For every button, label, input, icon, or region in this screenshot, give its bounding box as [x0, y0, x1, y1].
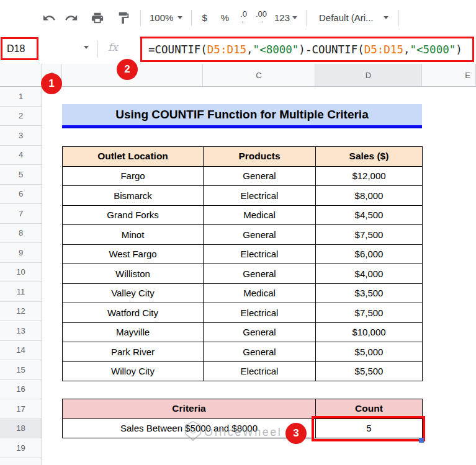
number-format-button[interactable]: 123 [274, 12, 297, 23]
cell-B12[interactable]: Watford City [63, 303, 204, 323]
row-header-4[interactable]: 4 [0, 146, 42, 166]
row-header-17[interactable]: 17 [0, 399, 42, 419]
column-header-E[interactable]: E [422, 64, 476, 87]
cell-D8[interactable]: $7,500 [316, 225, 423, 245]
row-header-10[interactable]: 10 [0, 263, 42, 283]
cell-B15[interactable]: Willoy City [63, 361, 204, 381]
row-header-8[interactable]: 8 [0, 224, 42, 244]
cell-D15[interactable]: $5,500 [316, 361, 423, 381]
annotation-callout-3: 3 [285, 423, 307, 444]
cell-D9[interactable]: $6,000 [316, 244, 423, 264]
print-button[interactable] [87, 7, 108, 29]
cell-D11[interactable]: $3,500 [316, 283, 423, 303]
callout-number: 3 [293, 427, 299, 440]
row-header-13[interactable]: 13 [0, 321, 42, 341]
cell-B8[interactable]: Minot [63, 225, 204, 245]
column-header-D[interactable]: D [315, 64, 422, 87]
cell-B9[interactable]: West Fargo [63, 244, 204, 264]
formula-input[interactable]: =COUNTIF(D5:D15,"<8000")-COUNTIF(D5:D15,… [140, 37, 474, 62]
cell-B6[interactable]: Bismarck [63, 186, 204, 206]
column-label: C [256, 71, 261, 80]
sheet-title-cell[interactable]: Using COUNTIF Function for Multiple Crit… [62, 104, 422, 128]
row-header-18[interactable]: 18 [0, 419, 42, 439]
font-select[interactable]: Default (Ari... [319, 12, 388, 23]
spreadsheet-app: 100% $ % .0 ← .00 → 123 Default (Ari... … [0, 0, 476, 465]
cell-B7[interactable]: Grand Forks [63, 205, 204, 225]
row-header-19[interactable]: 19 [0, 438, 42, 458]
row-header-15[interactable]: 15 [0, 360, 42, 380]
percent-format-button[interactable]: % [221, 12, 229, 23]
cell-D5[interactable]: $12,000 [316, 166, 423, 186]
cell-B5[interactable]: Fargo [63, 166, 204, 186]
paint-format-button[interactable] [113, 7, 134, 29]
row-label: 15 [16, 365, 25, 374]
cell-D7[interactable]: $4,500 [316, 205, 423, 225]
cell-C12[interactable]: Electrical [204, 303, 316, 323]
row-header-14[interactable]: 14 [0, 341, 42, 361]
cell-C5[interactable]: General [204, 166, 316, 186]
cell-D14[interactable]: $5,000 [316, 342, 423, 362]
cell-B17[interactable]: Criteria [63, 399, 316, 419]
row-header-12[interactable]: 12 [0, 302, 42, 322]
redo-button[interactable] [61, 7, 82, 29]
sheet-title: Using COUNTIF Function for Multiple Crit… [115, 108, 368, 122]
name-box[interactable]: D18 [1, 37, 38, 60]
toolbar-divider [140, 10, 141, 26]
annotation-callout-2: 2 [117, 59, 138, 80]
data-table: Outlet Location Products Sales ($) Fargo… [62, 146, 423, 381]
decrease-decimal-button[interactable]: .0 ← [240, 11, 247, 25]
cell-D6[interactable]: $8,000 [316, 186, 423, 206]
row-header-1[interactable]: 1 [0, 87, 42, 107]
cell-D10[interactable]: $4,000 [316, 264, 423, 284]
currency-format-button[interactable]: $ [202, 12, 207, 23]
cell-C6[interactable]: Electrical [204, 186, 316, 206]
row-header-5[interactable]: 5 [0, 165, 42, 185]
row-header-11[interactable]: 11 [0, 282, 42, 302]
row-header-6[interactable]: 6 [0, 185, 42, 205]
increase-decimal-button[interactable]: .00 → [256, 11, 267, 25]
row-header-7[interactable]: 7 [0, 204, 42, 224]
select-all-corner[interactable] [0, 64, 42, 87]
toolbar-divider [306, 10, 307, 26]
cell-D4[interactable]: Sales ($) [316, 147, 423, 167]
row-label: 4 [19, 150, 23, 159]
cell-B18[interactable]: Sales Between $5000 and $8000 [63, 418, 316, 438]
zoom-select[interactable]: 100% [150, 12, 182, 23]
cell-B10[interactable]: Williston [63, 264, 204, 284]
cell-B4[interactable]: Outlet Location [63, 147, 204, 167]
cell-B14[interactable]: Park River [63, 342, 204, 362]
row-label: 5 [19, 170, 23, 179]
row-header-2[interactable]: 2 [0, 107, 42, 126]
row-header-9[interactable]: 9 [0, 243, 42, 263]
cell-C4[interactable]: Products [204, 147, 316, 167]
row-header-16[interactable]: 16 [0, 380, 42, 400]
cell-C7[interactable]: Medical [204, 205, 316, 225]
paint-roller-icon [117, 11, 130, 25]
row-label: 3 [19, 131, 23, 140]
chevron-down-icon [177, 16, 182, 19]
callout-number: 1 [48, 78, 54, 90]
formula-token-range: D5:D15 [207, 43, 246, 56]
row-label: 8 [19, 228, 23, 237]
table-row: Minot General $7,500 [63, 225, 423, 245]
cell-C11[interactable]: Medical [204, 283, 316, 303]
cell-D12[interactable]: $7,500 [316, 303, 423, 323]
cell-D13[interactable]: $10,000 [316, 322, 423, 342]
row-header-3[interactable]: 3 [0, 126, 42, 146]
name-box-dropdown-icon[interactable] [84, 46, 89, 49]
chevron-down-icon [384, 16, 388, 19]
cell-C14[interactable]: General [204, 342, 316, 362]
cell-B11[interactable]: Valley City [63, 283, 204, 303]
undo-button[interactable] [38, 7, 60, 29]
cell-C8[interactable]: General [204, 225, 316, 245]
cell-C9[interactable]: Electrical [204, 244, 316, 264]
cell-C13[interactable]: General [204, 322, 316, 342]
fill-handle[interactable] [419, 438, 424, 443]
toolbar-divider [191, 10, 192, 26]
number-format-label: 123 [274, 12, 290, 23]
cell-C15[interactable]: Electrical [204, 361, 316, 381]
percent-label: % [221, 12, 229, 23]
cell-C10[interactable]: General [204, 264, 316, 284]
cell-B13[interactable]: Mayville [63, 322, 204, 342]
column-header-C[interactable]: C [203, 64, 315, 87]
